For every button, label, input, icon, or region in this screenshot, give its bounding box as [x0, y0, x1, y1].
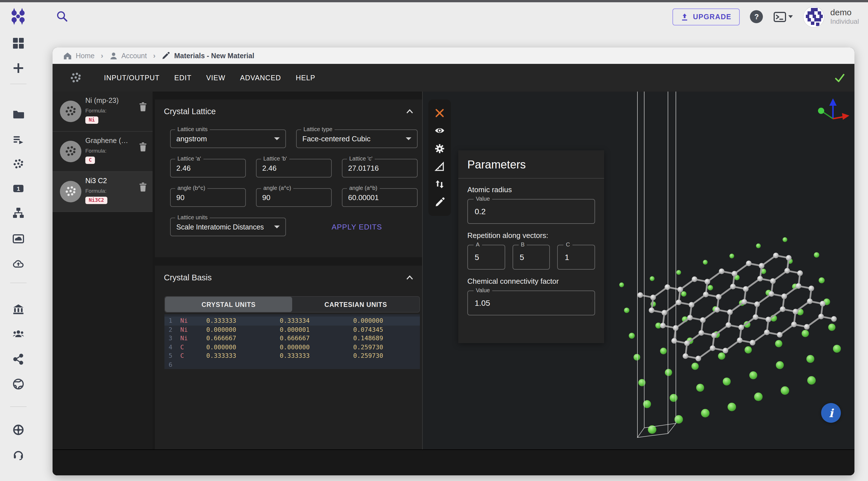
save-check-icon[interactable]	[834, 72, 845, 83]
collapse-chevron-icon[interactable]	[406, 275, 413, 280]
sidebar-team-people-icon[interactable]	[12, 328, 24, 340]
material-title: Ni (mp-23)	[85, 97, 134, 104]
delete-trash-icon[interactable]	[139, 102, 147, 111]
atomic-radius-input[interactable]: Value 0.2	[467, 199, 595, 224]
repetition-b-input[interactable]: B 5	[512, 245, 550, 270]
menu-advanced[interactable]: ADVANCED	[233, 74, 288, 82]
formula-label: Formula:	[85, 188, 148, 194]
field-label: Lattice 'b'	[261, 155, 289, 162]
sidebar-dashboard-icon[interactable]	[12, 37, 24, 49]
upgrade-button[interactable]: UPGRADE	[673, 8, 740, 25]
menu-help[interactable]: HELP	[288, 74, 323, 82]
sidebar-materials-icon[interactable]	[12, 158, 24, 170]
chevron-down-icon	[788, 15, 793, 18]
repetition-a-input[interactable]: A 5	[467, 245, 505, 270]
home-icon	[63, 52, 72, 60]
person-icon	[110, 52, 117, 60]
lattice-type-select[interactable]: Lattice type Face-centered Cubic	[296, 129, 417, 148]
sidebar-organization-bank-icon[interactable]	[12, 303, 24, 315]
field-label: angle (b^c)	[175, 185, 207, 191]
angle-ab-input[interactable]: angle (a^b) 60.00001	[342, 188, 417, 207]
material-list-item-selected[interactable]: Ni3 C2 Formula: Ni3C2	[53, 172, 153, 212]
sidebar-helm-wheel-icon[interactable]	[12, 424, 24, 436]
field-value: 5	[520, 253, 524, 262]
sidebar-workflows-sitemap-icon[interactable]	[12, 207, 24, 219]
console-menu-button[interactable]	[773, 10, 793, 23]
screen: UPGRADE ?	[0, 0, 868, 481]
field-value: 2.46	[176, 164, 191, 172]
select-arrow-icon	[274, 226, 280, 228]
lattice-c-input[interactable]: Lattice 'c' 27.01716	[342, 159, 417, 178]
designer-menubar: INPUT/OUTPUT EDIT VIEW ADVANCED HELP	[53, 64, 855, 92]
basis-row: 6	[164, 360, 420, 369]
help-icon[interactable]: ?	[750, 10, 763, 23]
basis-row: 1Ni0.3333330.3333340.000000	[164, 317, 420, 325]
tab-crystal-units[interactable]: CRYSTAL UNITS	[165, 297, 292, 312]
field-value: 90	[176, 193, 185, 202]
svg-text:1: 1	[17, 185, 20, 192]
user-name: demo	[830, 7, 859, 18]
field-label: Lattice units	[175, 126, 210, 133]
lattice-units-scale-select[interactable]: Lattice units Scale Interatomic Distance…	[170, 218, 286, 236]
section-title: Crystal Basis	[164, 273, 212, 282]
lattice-units-select[interactable]: Lattice units angstrom	[170, 129, 286, 148]
window-top-strip	[0, 0, 868, 2]
materials-list: Ni (mp-23) Formula: Ni Graphene (… Formu…	[53, 92, 153, 449]
designer-content: Ni (mp-23) Formula: Ni Graphene (… Formu…	[53, 92, 855, 449]
sidebar-share-icon[interactable]	[12, 353, 24, 365]
formula-chip: C	[85, 156, 95, 163]
edit-pencil-icon[interactable]	[435, 197, 445, 207]
sidebar-jobs-icon[interactable]	[12, 134, 24, 146]
sidebar-visuals-image-icon[interactable]	[12, 233, 24, 245]
top-header: UPGRADE ?	[0, 0, 868, 33]
delete-trash-icon[interactable]	[139, 142, 147, 151]
settings-gear-icon[interactable]	[435, 144, 445, 154]
field-value: 1.05	[475, 298, 490, 307]
user-menu[interactable]: demo Individual	[803, 6, 859, 27]
angle-ac-input[interactable]: angle (a^c) 90	[256, 188, 332, 207]
measure-ruler-icon[interactable]	[435, 162, 445, 172]
molecule-icon	[69, 71, 82, 84]
sidebar-create-new-icon[interactable]	[12, 62, 24, 74]
editor-column: Crystal Lattice Lattice units angstrom L…	[153, 92, 422, 449]
material-list-item[interactable]: Ni (mp-23) Formula: Ni	[53, 92, 153, 132]
breadcrumb-account[interactable]: Account	[110, 52, 147, 60]
angle-bc-input[interactable]: angle (b^c) 90	[170, 188, 246, 207]
lattice-a-input[interactable]: Lattice 'a' 2.46	[170, 159, 246, 178]
sidebar-support-headset-icon[interactable]	[12, 449, 24, 461]
basis-code-editor[interactable]: 1Ni0.3333330.3333340.000000 2Ni0.0000000…	[164, 314, 420, 369]
delete-trash-icon[interactable]	[139, 182, 147, 191]
viewer-toolbar	[428, 99, 451, 216]
formula-chip: Ni	[85, 116, 98, 123]
tab-cartesian-units[interactable]: CARTESIAN UNITS	[292, 297, 419, 312]
sidebar-projects-folder-icon[interactable]	[12, 109, 24, 120]
page-title: Materials - New Material	[174, 52, 254, 60]
search-icon[interactable]	[56, 10, 68, 23]
swap-vertical-icon[interactable]	[435, 179, 445, 190]
info-button[interactable]: i	[821, 403, 841, 423]
connectivity-input[interactable]: Value 1.05	[467, 291, 595, 315]
parameters-panel: Parameters Atomic radius Value 0.2 Repet…	[458, 150, 604, 343]
lattice-b-input[interactable]: Lattice 'b' 2.46	[256, 159, 332, 178]
atomic-radius-label: Atomic radius	[467, 185, 595, 194]
repetition-c-input[interactable]: C 1	[557, 245, 595, 270]
collapse-chevron-icon[interactable]	[406, 109, 413, 114]
visibility-eye-icon[interactable]	[435, 126, 445, 136]
menu-view[interactable]: VIEW	[199, 74, 233, 82]
terminal-icon	[773, 10, 787, 23]
mat3ra-logo-icon[interactable]	[9, 7, 27, 25]
field-value: 90	[262, 193, 270, 202]
repetition-label: Repetition along vectors:	[467, 231, 595, 240]
breadcrumb-home[interactable]: Home	[63, 52, 95, 60]
menu-edit[interactable]: EDIT	[167, 74, 199, 82]
close-icon[interactable]	[435, 108, 445, 118]
menu-input-output[interactable]: INPUT/OUTPUT	[97, 74, 167, 82]
material-list-item[interactable]: Graphene (… Formula: C	[53, 132, 153, 172]
field-label: B	[519, 241, 527, 248]
apply-edits-button[interactable]: APPLY EDITS	[328, 222, 385, 232]
field-label: C	[564, 241, 572, 248]
sidebar-one-badge-icon[interactable]: 1	[12, 183, 24, 194]
sidebar-cloud-upload-icon[interactable]	[12, 258, 24, 270]
breadcrumb-chevron-icon: ›	[101, 52, 103, 60]
sidebar-globe-icon[interactable]	[12, 378, 24, 390]
